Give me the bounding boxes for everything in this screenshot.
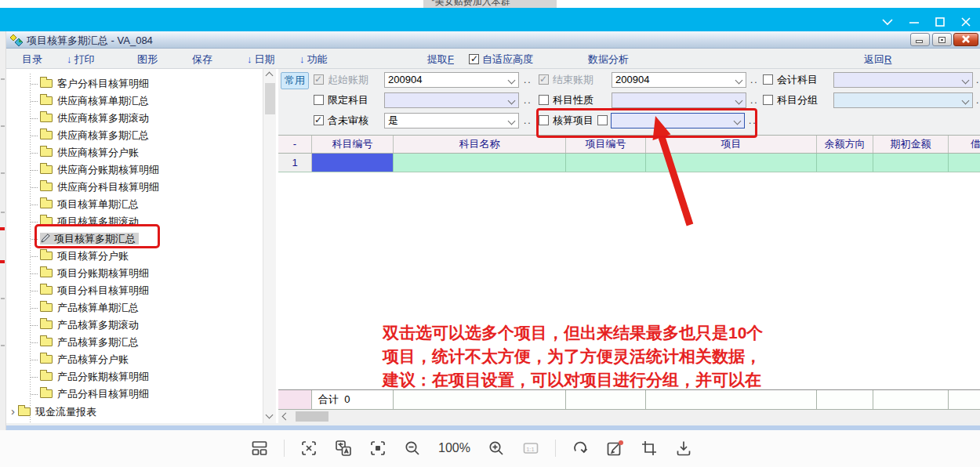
checkbox-accounting-project[interactable] (539, 115, 549, 125)
label-end-period: 结束账期 (553, 72, 593, 88)
tree-item[interactable]: 产品核算多期汇总 (6, 334, 262, 351)
rotate-icon[interactable] (570, 438, 590, 458)
maximize-icon[interactable] (934, 17, 946, 27)
tree-item-root[interactable]: ›现金流量报表 (6, 403, 262, 420)
layout-icon[interactable] (249, 438, 270, 458)
cell-debit[interactable] (949, 154, 980, 172)
menu-date[interactable]: ↓日期 (247, 52, 275, 67)
checkbox-account-subject[interactable] (763, 74, 773, 85)
zoom-in-icon[interactable] (486, 438, 506, 458)
tree-item[interactable]: 产品分账期核算明细 (6, 368, 262, 386)
tree-item[interactable]: 供应商核算单期汇总 (6, 92, 262, 110)
crop-icon[interactable] (639, 438, 659, 458)
close-icon[interactable] (960, 17, 972, 27)
tree-item[interactable]: 供应商核算分户账 (6, 144, 262, 161)
menu-data-analysis[interactable]: 数据分析 (588, 52, 629, 67)
cell-subject-name[interactable] (394, 154, 566, 172)
report-tree: 客户分科目核算明细 供应商核算单期汇总 供应商核算多期滚动 供应商核算多期汇总 … (6, 69, 276, 423)
background-window-sliver (0, 31, 6, 430)
checkbox-include-unaudited[interactable] (314, 115, 324, 125)
tree-item[interactable]: 供应商分账期核算明细 (6, 161, 262, 179)
scroll-down-icon[interactable] (267, 412, 274, 419)
accounting-project-combo[interactable] (611, 113, 745, 129)
minimize-icon[interactable] (908, 17, 920, 27)
cell-project[interactable] (646, 154, 817, 172)
one-to-one-icon[interactable]: 1:1 (521, 438, 541, 458)
pen-icon (40, 232, 51, 249)
table-horizontal-scrollbar[interactable] (278, 410, 980, 423)
folder-icon (40, 389, 53, 398)
tree-item[interactable]: 产品核算单期汇总 (6, 299, 262, 317)
tree-item-selected[interactable]: 项目核算多期汇总 (6, 230, 262, 248)
cell-subject-code-selected[interactable] (312, 154, 394, 172)
checkbox-start-period[interactable] (314, 74, 324, 85)
menu-return[interactable]: 返回R (864, 52, 891, 67)
dots: .. (524, 113, 532, 129)
menu-graph[interactable]: 图形 (137, 52, 158, 67)
window-close-button[interactable] (953, 33, 978, 46)
label-accounting-project: 核算项目 (553, 113, 593, 129)
start-period-combo[interactable]: 200904 (384, 72, 519, 88)
checkbox-subject-group[interactable] (763, 95, 773, 105)
table-row: 1 (278, 154, 980, 172)
subject-group-combo[interactable] (833, 92, 973, 108)
tree-item[interactable]: 项目分账期核算明细 (6, 265, 262, 282)
edit-icon[interactable] (604, 438, 625, 458)
menu-catalog[interactable]: 目录 (22, 52, 42, 67)
window-minimize-button[interactable] (910, 33, 930, 46)
fullscreen-icon[interactable] (368, 438, 388, 458)
cell-balance-direction[interactable] (817, 154, 873, 172)
folder-icon (40, 114, 53, 122)
tab-common[interactable]: 常用 (281, 72, 309, 89)
tree-item[interactable]: 产品核算分户账 (6, 351, 262, 368)
tree-item[interactable]: 供应商分科目核算明细 (6, 179, 262, 196)
tree-item[interactable]: 客户分科目核算明细 (6, 75, 262, 92)
window-restore-button[interactable] (932, 33, 952, 46)
tree-item[interactable]: 供应商核算多期汇总 (6, 127, 262, 144)
tree-item[interactable]: 项目分科目核算明细 (6, 282, 262, 299)
column-header: 项目编号 (566, 136, 646, 153)
row-number[interactable]: 1 (278, 154, 312, 172)
tree-item[interactable]: 项目核算单期汇总 (6, 196, 262, 213)
menu-save[interactable]: 保存 (192, 52, 212, 67)
menu-autofit-height[interactable]: 自适应高度 (469, 52, 533, 67)
account-subject-combo[interactable] (833, 72, 973, 88)
checkbox-checked-icon[interactable] (469, 54, 479, 64)
toolbar-separator (284, 440, 285, 457)
tree-item[interactable]: 产品分科目核算明细 (6, 386, 262, 403)
scroll-left-icon[interactable] (283, 414, 290, 421)
checkbox-end-period[interactable] (539, 74, 549, 85)
menu-function[interactable]: ↓功能 (299, 52, 328, 67)
cell-opening-amount[interactable] (873, 154, 949, 172)
label-subject-nature: 科目性质 (553, 92, 593, 108)
menu-extract[interactable]: 提取F (427, 52, 454, 67)
tree-item[interactable]: 项目核算分户账 (6, 248, 262, 265)
end-period-combo[interactable]: 200904 (612, 72, 746, 88)
totals-cell (646, 390, 817, 409)
ocr-select-icon[interactable] (299, 438, 319, 458)
menu-print[interactable]: ↓打印 (67, 52, 95, 67)
scroll-up-icon[interactable] (267, 73, 274, 80)
include-unaudited-combo[interactable]: 是 (384, 113, 519, 129)
cell-project-code[interactable] (566, 154, 646, 172)
download-icon[interactable] (673, 438, 694, 458)
subject-nature-combo[interactable] (612, 92, 746, 108)
expand-icon[interactable]: › (11, 403, 15, 420)
translate-icon[interactable] (333, 438, 354, 458)
checkbox-subject-nature[interactable] (539, 95, 549, 105)
hscrollbar-thumb[interactable] (296, 411, 328, 422)
column-header: 借 (949, 136, 980, 153)
tree-scrollbar-thumb[interactable] (265, 83, 275, 114)
menubar: 目录 ↓打印 图形 保存 ↓日期 ↓功能 提取F 自适应高度 数据分析 返回R (6, 49, 980, 69)
label-subject-group: 科目分组 (777, 92, 818, 108)
limit-subject-combo[interactable] (384, 92, 519, 108)
chevron-down-icon[interactable] (881, 17, 894, 27)
tree-item[interactable]: 产品核算多期滚动 (6, 317, 262, 334)
tree-item[interactable]: 供应商核算多期滚动 (6, 110, 262, 127)
folder-icon (40, 286, 53, 295)
checkbox-accounting-project-extra[interactable] (597, 115, 608, 125)
tree-item[interactable]: 项目核算多期滚动 (6, 213, 262, 230)
checkbox-limit-subject[interactable] (314, 95, 324, 105)
zoom-out-icon[interactable] (402, 438, 423, 458)
tree-scrollbar[interactable] (263, 69, 276, 423)
